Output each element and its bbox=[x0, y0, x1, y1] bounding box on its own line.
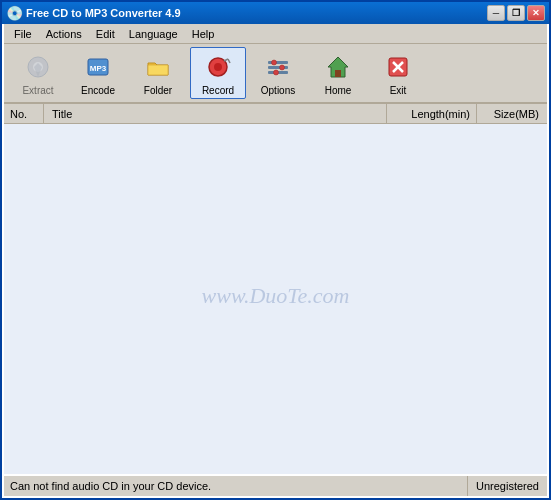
svg-text:MP3: MP3 bbox=[90, 64, 107, 73]
svg-point-12 bbox=[280, 65, 285, 70]
main-area: No. Title Length(min) Size(MB) www.DuoTe… bbox=[4, 104, 547, 474]
title-bar-left: 💿 Free CD to MP3 Converter 4.9 bbox=[6, 5, 181, 21]
menu-language[interactable]: Language bbox=[123, 26, 184, 42]
encode-button[interactable]: MP3 Encode bbox=[70, 47, 126, 99]
svg-rect-9 bbox=[268, 66, 288, 69]
folder-button[interactable]: Folder bbox=[130, 47, 186, 99]
svg-point-11 bbox=[272, 60, 277, 65]
status-registration: Unregistered bbox=[468, 476, 547, 496]
record-icon bbox=[202, 51, 234, 83]
menu-edit[interactable]: Edit bbox=[90, 26, 121, 42]
window-body: File Actions Edit Language Help Extract bbox=[2, 24, 549, 498]
app-icon: 💿 bbox=[6, 5, 22, 21]
options-button[interactable]: Options bbox=[250, 47, 306, 99]
exit-icon bbox=[382, 51, 414, 83]
home-icon bbox=[322, 51, 354, 83]
svg-line-6 bbox=[224, 59, 228, 61]
record-label: Record bbox=[202, 85, 234, 96]
table-header: No. Title Length(min) Size(MB) bbox=[4, 104, 547, 124]
extract-label: Extract bbox=[22, 85, 53, 96]
svg-point-5 bbox=[214, 63, 222, 71]
col-header-title: Title bbox=[44, 104, 387, 123]
col-header-length: Length(min) bbox=[387, 104, 477, 123]
title-buttons: ─ ❐ ✕ bbox=[487, 5, 545, 21]
svg-line-7 bbox=[228, 59, 230, 63]
table-body: www.DuoTe.com bbox=[4, 124, 547, 474]
exit-button[interactable]: Exit bbox=[370, 47, 426, 99]
status-bar: Can not find audio CD in your CD device.… bbox=[4, 474, 547, 496]
minimize-button[interactable]: ─ bbox=[487, 5, 505, 21]
options-icon bbox=[262, 51, 294, 83]
col-header-size: Size(MB) bbox=[477, 104, 547, 123]
svg-rect-15 bbox=[335, 70, 341, 77]
options-label: Options bbox=[261, 85, 295, 96]
col-header-no: No. bbox=[4, 104, 44, 123]
restore-button[interactable]: ❐ bbox=[507, 5, 525, 21]
folder-label: Folder bbox=[144, 85, 172, 96]
title-bar: 💿 Free CD to MP3 Converter 4.9 ─ ❐ ✕ bbox=[2, 2, 549, 24]
folder-icon bbox=[142, 51, 174, 83]
status-message: Can not find audio CD in your CD device. bbox=[4, 476, 468, 496]
exit-label: Exit bbox=[390, 85, 407, 96]
menu-bar: File Actions Edit Language Help bbox=[4, 24, 547, 44]
svg-point-13 bbox=[274, 70, 279, 75]
encode-label: Encode bbox=[81, 85, 115, 96]
menu-actions[interactable]: Actions bbox=[40, 26, 88, 42]
extract-button[interactable]: Extract bbox=[10, 47, 66, 99]
home-label: Home bbox=[325, 85, 352, 96]
window-title: Free CD to MP3 Converter 4.9 bbox=[26, 7, 181, 19]
main-window: 💿 Free CD to MP3 Converter 4.9 ─ ❐ ✕ Fil… bbox=[0, 0, 551, 500]
record-button[interactable]: Record bbox=[190, 47, 246, 99]
extract-icon bbox=[22, 51, 54, 83]
svg-rect-8 bbox=[268, 61, 288, 64]
home-button[interactable]: Home bbox=[310, 47, 366, 99]
menu-help[interactable]: Help bbox=[186, 26, 221, 42]
close-button[interactable]: ✕ bbox=[527, 5, 545, 21]
encode-icon: MP3 bbox=[82, 51, 114, 83]
watermark: www.DuoTe.com bbox=[202, 283, 350, 309]
menu-file[interactable]: File bbox=[8, 26, 38, 42]
toolbar: Extract MP3 Encode bbox=[4, 44, 547, 104]
